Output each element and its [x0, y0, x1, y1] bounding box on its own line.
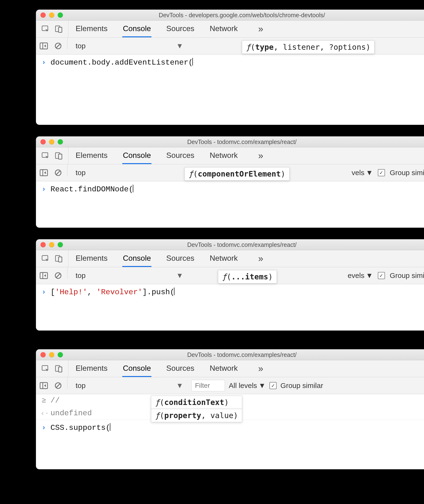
close-icon[interactable] [40, 12, 46, 18]
tab-elements[interactable]: Elements [75, 360, 108, 377]
tab-sources[interactable]: Sources [166, 250, 195, 267]
titlebar[interactable]: DevTools - todomvc.com/examples/react/ [36, 350, 424, 360]
clear-console-icon[interactable] [53, 380, 63, 391]
tab-console[interactable]: Console [122, 21, 151, 37]
show-console-sidebar-icon[interactable] [38, 167, 49, 178]
console-body[interactable]: › React.findDOMNode( [36, 181, 424, 227]
console-input[interactable]: document.body.addEventListener( [50, 58, 193, 67]
history-in-chevron-icon: ≥ [40, 397, 47, 405]
more-tabs-icon[interactable]: » [253, 21, 269, 37]
log-levels-selector[interactable]: evels ▼ [348, 271, 373, 280]
minimize-icon[interactable] [49, 139, 54, 144]
group-similar-label: Group similar [390, 169, 424, 177]
close-icon[interactable] [40, 242, 46, 247]
toolbar: Elements Console Sources Network » [36, 21, 424, 37]
svg-line-21 [56, 171, 60, 175]
window-title: DevTools - todomvc.com/examples/react/ [36, 241, 424, 248]
console-input[interactable]: React.findDOMNode( [50, 185, 133, 194]
more-tabs-icon[interactable]: » [253, 147, 269, 164]
titlebar[interactable]: DevTools - developers.google.com/web/too… [36, 10, 424, 21]
device-toolbar-icon[interactable] [55, 25, 63, 33]
signature-hint-line: ƒ(property, value) [151, 409, 242, 422]
tab-sources[interactable]: Sources [166, 21, 195, 37]
log-levels-selector[interactable]: vels ▼ [352, 169, 373, 177]
svg-rect-29 [40, 272, 47, 279]
maximize-icon[interactable] [58, 242, 63, 247]
tab-console[interactable]: Console [122, 250, 151, 267]
inspect-element-icon[interactable] [41, 254, 50, 263]
signature-hint: ƒ(type, listener, ?options) [242, 40, 374, 54]
maximize-icon[interactable] [58, 12, 63, 18]
tab-elements[interactable]: Elements [75, 147, 108, 164]
console-toolbar: top ▼ r ƒ(type, listener, ?options) [36, 37, 424, 55]
device-toolbar-icon[interactable] [55, 254, 63, 263]
execution-context-selector[interactable]: top ▼ [71, 380, 187, 391]
group-similar-checkbox[interactable]: ✓ [378, 272, 385, 279]
minimize-icon[interactable] [49, 352, 54, 357]
svg-rect-18 [40, 170, 47, 176]
console-input[interactable]: CSS.supports( [50, 423, 110, 432]
execution-context-selector[interactable]: top ▼ [71, 270, 187, 281]
execution-context-label: top [76, 271, 86, 280]
console-body[interactable]: › ['Help!', 'Revolver'].push( [36, 284, 424, 330]
signature-hint-line: ƒ(conditionText) [151, 396, 242, 409]
chevron-down-icon: ▼ [366, 169, 373, 177]
history-out-chevron-icon: ‹· [40, 409, 47, 418]
more-tabs-icon[interactable]: » [253, 250, 269, 267]
titlebar[interactable]: DevTools - todomvc.com/examples/react/ [36, 240, 424, 250]
clear-console-icon[interactable] [53, 167, 63, 178]
titlebar[interactable]: DevTools - todomvc.com/examples/react/ [36, 137, 424, 147]
signature-hint-line: ƒ(type, listener, ?options) [242, 40, 374, 54]
close-icon[interactable] [40, 139, 46, 144]
filter-input[interactable] [191, 380, 225, 391]
minimize-icon[interactable] [49, 242, 54, 247]
signature-hint: ƒ(...items) [218, 270, 277, 283]
device-toolbar-icon[interactable] [55, 152, 63, 160]
tab-elements[interactable]: Elements [75, 250, 108, 267]
svg-rect-7 [40, 43, 47, 49]
signature-hint-line: ƒ(componentOrElement) [185, 167, 290, 181]
tabs: Elements Console Sources Network » [69, 147, 269, 164]
execution-context-selector[interactable]: top [71, 167, 166, 178]
signature-hint: ƒ(conditionText) ƒ(property, value) [151, 396, 242, 422]
log-levels-selector[interactable]: All levels ▼ [229, 381, 266, 390]
inspect-element-icon[interactable] [41, 152, 50, 160]
tab-console[interactable]: Console [122, 360, 151, 377]
group-similar-checkbox[interactable]: ✓ [269, 382, 277, 389]
show-console-sidebar-icon[interactable] [38, 41, 49, 51]
execution-context-selector[interactable]: top ▼ [71, 40, 187, 52]
console-input[interactable]: ['Help!', 'Revolver'].push( [50, 288, 175, 297]
more-tabs-icon[interactable]: » [253, 360, 269, 377]
console-body[interactable]: ≥ // ‹· undefined › CSS.supports( ƒ(cond… [36, 394, 424, 468]
tab-network[interactable]: Network [209, 250, 238, 267]
group-similar-checkbox[interactable]: ✓ [378, 169, 385, 176]
show-console-sidebar-icon[interactable] [38, 380, 49, 391]
execution-context-label: top [76, 169, 86, 177]
minimize-icon[interactable] [49, 12, 54, 18]
window-title: DevTools - todomvc.com/examples/react/ [36, 351, 424, 358]
tab-sources[interactable]: Sources [166, 147, 195, 164]
show-console-sidebar-icon[interactable] [38, 270, 49, 281]
maximize-icon[interactable] [58, 139, 63, 144]
console-body[interactable]: › document.body.addEventListener( [36, 55, 424, 124]
devtools-window: DevTools - developers.google.com/web/too… [36, 10, 424, 125]
maximize-icon[interactable] [58, 352, 63, 357]
clear-console-icon[interactable] [53, 270, 63, 281]
execution-context-label: top [76, 381, 86, 390]
inspect-element-icon[interactable] [41, 25, 50, 33]
tab-console[interactable]: Console [122, 147, 151, 164]
group-similar-label: Group similar [281, 381, 323, 390]
tab-network[interactable]: Network [209, 360, 238, 377]
close-icon[interactable] [40, 352, 46, 357]
clear-console-icon[interactable] [53, 41, 63, 51]
tab-sources[interactable]: Sources [166, 360, 195, 377]
tab-network[interactable]: Network [209, 147, 238, 164]
console-toolbar: top ▼ All levels ▼ ✓ Group similar [36, 377, 424, 394]
tabs: Elements Console Sources Network » [69, 360, 269, 377]
tab-elements[interactable]: Elements [75, 21, 108, 37]
inspect-element-icon[interactable] [41, 364, 50, 373]
chevron-down-icon: ▼ [176, 271, 183, 280]
device-toolbar-icon[interactable] [55, 364, 63, 373]
tab-network[interactable]: Network [209, 21, 238, 37]
signature-hint-line: ƒ(...items) [218, 270, 277, 283]
